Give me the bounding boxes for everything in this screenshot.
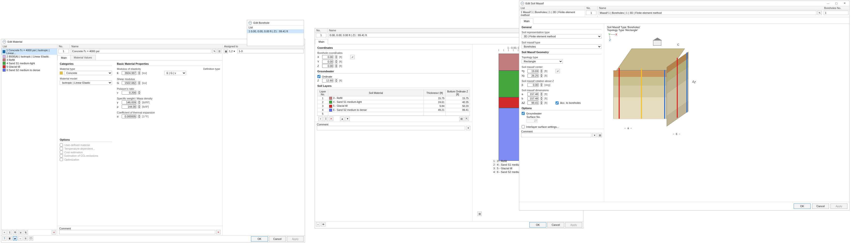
bh-cancel-button[interactable]: Cancel — [547, 222, 564, 227]
b-spinner[interactable]: ▲▼ — [540, 97, 543, 101]
yc-spinner[interactable]: ▲▼ — [540, 74, 543, 78]
goto-icon[interactable]: ⇲ — [18, 230, 23, 235]
E-spinner[interactable]: ▲▼ — [138, 71, 141, 75]
massif-list-row[interactable]: 1 Massif 1 | Boreholes | 1 | 3D | Finite… — [519, 10, 585, 17]
new-between-icon[interactable]: ↧ — [7, 230, 12, 235]
bh-apply-button[interactable]: Apply — [565, 222, 582, 227]
material-list-row[interactable]: 3 Refill — [1, 58, 57, 62]
bh-comment-dd-icon[interactable]: ▾ — [466, 126, 470, 130]
bh-y-spinner[interactable]: ▲▼ — [335, 60, 338, 63]
massif-topo-select[interactable]: Rectangle — [522, 59, 563, 63]
bh-y-input[interactable] — [322, 60, 333, 63]
bh-mini-row[interactable]: 1 0.00, 0.00, 0.00 ft | Ζ1 : 99.41 ft — [247, 29, 304, 33]
comment-clear-icon[interactable]: ✕ — [216, 230, 220, 234]
option-check[interactable] — [60, 158, 63, 161]
gw-input[interactable] — [122, 101, 136, 104]
cancel-button[interactable]: Cancel — [269, 236, 286, 242]
massif-apply-button[interactable]: Apply — [831, 204, 847, 209]
bh-z-input[interactable] — [322, 64, 333, 68]
material-list-row[interactable]: 2 B500(A) | Isotropic | Linear Elastic — [1, 55, 57, 58]
tab-main[interactable]: Main — [57, 55, 70, 60]
bh-x-input[interactable] — [322, 55, 333, 59]
rot-spinner[interactable]: ▲▼ — [540, 83, 543, 87]
nu-spinner[interactable]: ▲▼ — [138, 91, 141, 94]
massif-name-pick-icon[interactable]: ✎ — [817, 11, 822, 15]
massif-pick-surface-icon[interactable]: ▤ — [598, 133, 602, 137]
massif-ok-button[interactable]: OK — [794, 204, 811, 209]
table-row[interactable]: 5 — [317, 112, 470, 115]
alpha-input[interactable] — [122, 114, 136, 118]
massif-comment-dd-icon[interactable]: ▾ — [592, 133, 597, 137]
insert-layer-icon[interactable]: ↧ — [323, 117, 328, 121]
E-input[interactable] — [122, 71, 136, 75]
massif-name-input[interactable] — [598, 11, 816, 15]
center-pick-icon[interactable]: ➚ — [556, 69, 560, 73]
material-list-row[interactable]: 5 Glacial till — [1, 65, 57, 69]
library-icon[interactable]: ☰ — [217, 49, 221, 53]
bh-legend-toggle-icon[interactable]: ▤ — [477, 212, 482, 216]
help-icon[interactable]: ? — [2, 236, 6, 241]
assigned-input[interactable] — [238, 49, 304, 53]
option-check[interactable] — [60, 147, 63, 150]
massif-rot-input[interactable] — [527, 83, 538, 87]
dz-spinner[interactable]: ▲▼ — [540, 101, 543, 105]
massif-yc-input[interactable] — [527, 74, 538, 78]
units-icon[interactable]: ↔ — [18, 236, 23, 241]
rho-input[interactable] — [122, 105, 136, 109]
massif-bh-input[interactable] — [824, 11, 848, 15]
name-input[interactable] — [71, 49, 211, 53]
add-layer-icon[interactable]: ＋ — [318, 117, 323, 121]
info-icon[interactable]: ⓘ — [29, 236, 33, 241]
copy-icon[interactable]: ⧉ — [13, 230, 17, 235]
massif-gw-check[interactable] — [522, 112, 525, 115]
pick-name-icon[interactable]: ✎ — [212, 49, 216, 53]
massif-src-select[interactable]: Boreholes — [522, 45, 601, 49]
nu-input[interactable] — [122, 91, 136, 94]
massif-dz-input[interactable] — [527, 101, 538, 105]
apply-button[interactable]: Apply — [287, 236, 304, 242]
bh-ordinate-check[interactable] — [317, 75, 320, 78]
table-row[interactable]: 46 - Sand S2 medium to dense49.2199.41 — [317, 108, 470, 112]
table-row[interactable]: 35 - Glacial till9.8450.20 — [317, 104, 470, 108]
material-list-row[interactable]: 4 Sand S1 medium-light — [1, 62, 57, 65]
layers-table[interactable]: Layer No. Soil Material Thickness t [ft]… — [317, 89, 470, 116]
bh-x-spinner[interactable]: ▲▼ — [335, 55, 338, 59]
a-spinner[interactable]: ▲▼ — [540, 92, 543, 96]
material-type-select[interactable]: Concrete — [64, 71, 112, 75]
bh-view-icon[interactable]: 👁 — [321, 222, 326, 226]
option-check[interactable] — [60, 151, 63, 154]
new-icon[interactable]: ＋ — [2, 230, 6, 235]
massif-rep-select[interactable]: 3D | Finite element method — [522, 34, 601, 38]
assign-surface-icon[interactable]: ▦ — [224, 49, 228, 53]
no-input[interactable] — [58, 49, 69, 53]
material-list-row[interactable]: 1 Concrete f'c = 4000 psi | Isotropic | … — [1, 49, 57, 55]
massif-cancel-button[interactable]: Cancel — [812, 204, 829, 209]
remove-layer-icon[interactable]: ✕ — [329, 117, 333, 121]
option-check[interactable] — [60, 143, 63, 146]
material-list-row[interactable]: 6 Sand S2 medium to dense — [1, 69, 57, 72]
rho-spinner[interactable]: ▲▼ — [138, 105, 141, 109]
library-layers-icon[interactable]: ▤ — [459, 117, 464, 121]
bh-ok-button[interactable]: OK — [529, 222, 546, 227]
link-icon[interactable]: ⎘ — [24, 236, 28, 241]
massif-no-input[interactable] — [586, 11, 596, 15]
bh-scale-icon[interactable]: ↔ — [316, 222, 320, 226]
bh-zgw-spinner[interactable]: ▲▼ — [335, 79, 338, 82]
delete-icon[interactable]: ✕ — [52, 230, 56, 235]
move-up-icon[interactable]: ▲ — [340, 117, 344, 121]
bh-no-input[interactable] — [316, 33, 326, 37]
massif-a-input[interactable] — [527, 92, 538, 96]
ok-button[interactable]: OK — [251, 236, 268, 242]
alpha-spinner[interactable]: ▲▼ — [138, 114, 141, 118]
bh-z-spinner[interactable]: ▲▼ — [335, 64, 338, 68]
bh-zgw-input[interactable] — [322, 79, 333, 82]
color-icon[interactable]: ▰ — [13, 236, 17, 241]
G-spinner[interactable]: ▲▼ — [138, 81, 141, 85]
export-layers-icon[interactable]: ⇱ — [465, 117, 469, 121]
massif-min-button[interactable]: — — [825, 1, 832, 6]
sort-icon[interactable]: ⇅ — [24, 230, 28, 235]
bh-pick-point-icon[interactable]: ➚ — [350, 55, 354, 59]
massif-tab-main[interactable]: Main — [520, 19, 533, 24]
massif-close-button[interactable]: ✕ — [841, 1, 848, 6]
massif-max-button[interactable]: ▢ — [833, 1, 840, 6]
